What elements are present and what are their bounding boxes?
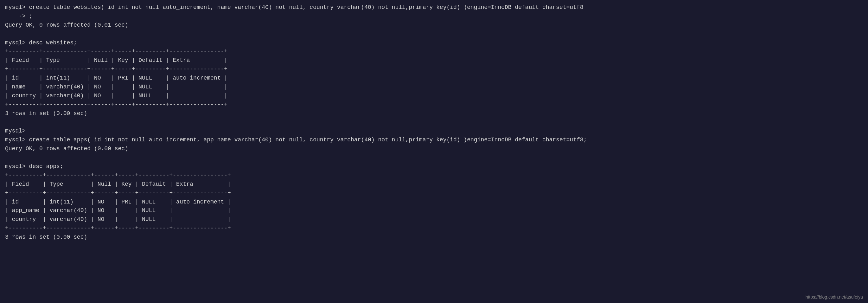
terminal-output: mysql> create table websites( id int not…: [5, 3, 863, 242]
watermark: https://blog.csdn.net/asufeiya: [806, 294, 863, 300]
